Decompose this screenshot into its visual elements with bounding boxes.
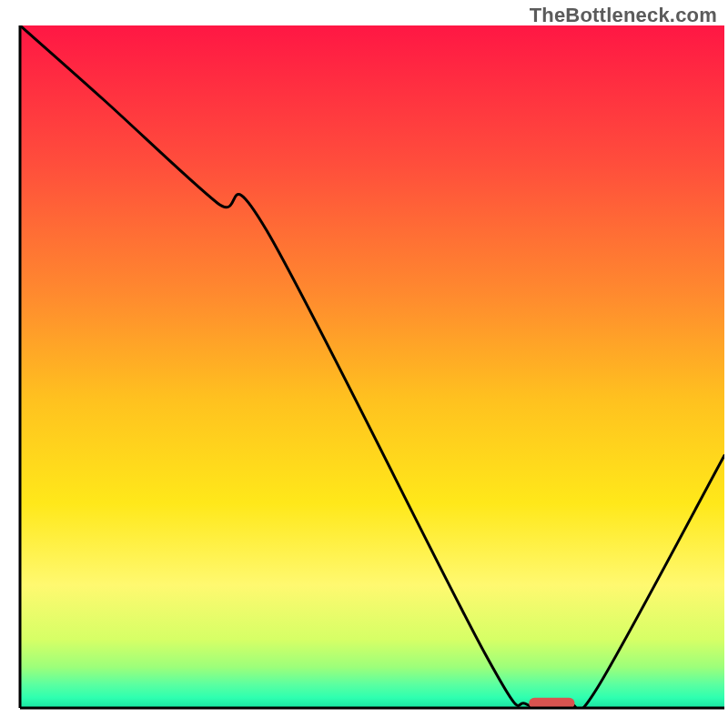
watermark-text: TheBottleneck.com (530, 4, 717, 27)
bottleneck-chart (0, 0, 728, 728)
chart-container: TheBottleneck.com (0, 0, 728, 728)
gradient-background (20, 25, 724, 708)
